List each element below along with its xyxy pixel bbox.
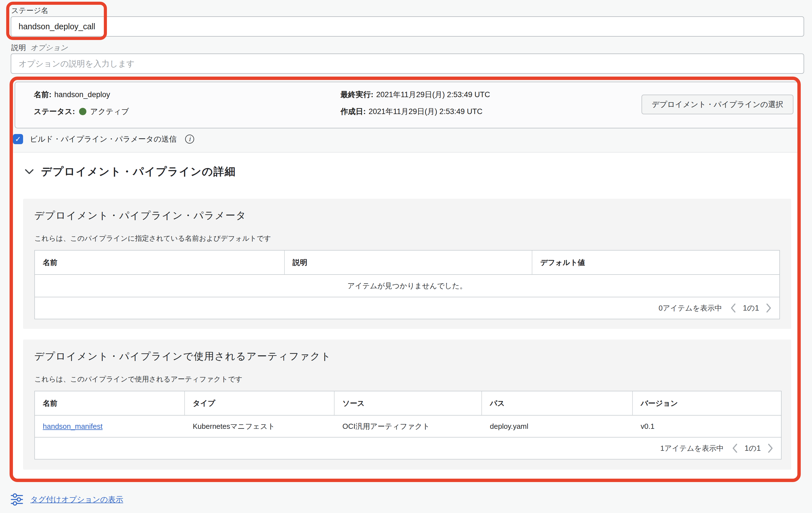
parameters-table: 名前 説明 デフォルト値 アイテムが見つかりませんでした。 0アイテムを表示中 … [34, 250, 780, 319]
artifacts-table-footer: 1アイテムを表示中 1の1 [35, 437, 781, 459]
details-section-title: デプロイメント・パイプラインの詳細 [41, 164, 236, 179]
column-header-name: 名前 [35, 392, 185, 415]
artifact-type: Kubernetesマニフェスト [185, 415, 335, 437]
send-build-params-checkbox[interactable]: ✓ [13, 134, 23, 144]
pipeline-info-panel: 名前: handson_deploy ステータス: アクティブ 最終実行: 20… [14, 82, 800, 128]
chevron-down-icon [25, 169, 34, 174]
checkmark-icon: ✓ [15, 135, 21, 143]
parameters-panel: デプロイメント・パイプライン・パラメータ これらは、このパイプラインに指定されて… [23, 199, 791, 329]
parameters-panel-title: デプロイメント・パイプライン・パラメータ [34, 209, 246, 222]
artifact-name-link[interactable]: handson_manifest [43, 422, 103, 431]
artifact-path: deploy.yaml [482, 415, 633, 437]
stage-name-input[interactable] [11, 16, 804, 36]
artifacts-panel-title: デプロイメント・パイプラインで使用されるアーティファクト [34, 350, 331, 363]
table-row: handson_manifest Kubernetesマニフェスト OCI汎用ア… [35, 415, 781, 437]
column-header-version: バージョン [633, 392, 781, 415]
pipeline-name: 名前: handson_deploy [34, 89, 110, 100]
pipeline-created: 作成日: 2021年11月29日(月) 2:53:49 UTC [341, 106, 483, 116]
build-params-row: ✓ ビルド・パイプライン・パラメータの送信 i [13, 134, 194, 144]
page-prev-icon[interactable] [732, 443, 738, 453]
stage-edit-page: ステージ名 説明オプション 名前: handson_deploy ステータス: … [0, 0, 812, 513]
description-label: 説明オプション [11, 43, 68, 53]
stage-name-label: ステージ名 [11, 6, 49, 16]
artifacts-panel-subtitle: これらは、このパイプラインで使用されるアーティファクトです [34, 375, 242, 384]
empty-table-message: アイテムが見つかりませんでした。 [35, 275, 779, 297]
column-header-description: 説明 [285, 250, 532, 274]
pagination: 1の1 [730, 303, 772, 313]
pagination: 1の1 [732, 443, 773, 453]
page-prev-icon[interactable] [730, 303, 736, 313]
page-next-icon[interactable] [767, 443, 773, 453]
column-header-default: デフォルト値 [532, 250, 779, 274]
pipeline-status: ステータス: アクティブ [34, 106, 129, 116]
column-header-source: ソース [335, 392, 482, 415]
page-next-icon[interactable] [766, 303, 772, 313]
description-input[interactable] [11, 54, 804, 74]
parameters-table-footer: 0アイテムを表示中 1の1 [35, 297, 779, 319]
column-header-name: 名前 [35, 250, 285, 274]
section-divider [13, 152, 799, 153]
items-shown-count: 1アイテムを表示中 [660, 443, 724, 453]
items-shown-count: 0アイテムを表示中 [659, 303, 722, 313]
pipeline-last-run: 最終実行: 2021年11月29日(月) 2:53:49 UTC [341, 89, 490, 100]
status-badge: アクティブ [90, 106, 129, 116]
page-indicator: 1の1 [745, 443, 761, 453]
page-indicator: 1の1 [743, 303, 759, 313]
info-icon[interactable]: i [185, 135, 194, 143]
show-tagging-options-link[interactable]: タグ付けオプションの表示 [30, 494, 123, 505]
details-section-toggle[interactable]: デプロイメント・パイプラインの詳細 [25, 164, 236, 179]
artifact-version: v0.1 [633, 415, 781, 437]
parameters-table-header: 名前 説明 デフォルト値 [35, 250, 779, 275]
parameters-panel-subtitle: これらは、このパイプラインに指定されている名前およびデフォルトです [34, 234, 271, 243]
status-active-icon [79, 108, 86, 115]
column-header-path: パス [482, 392, 633, 415]
tagging-options-row: タグ付けオプションの表示 [11, 493, 123, 506]
optional-hint: オプション [30, 43, 68, 52]
artifacts-panel: デプロイメント・パイプラインで使用されるアーティファクト これらは、このパイプラ… [23, 340, 791, 470]
artifacts-table: 名前 タイプ ソース パス バージョン handson_manifest Kub… [34, 391, 782, 459]
sliders-icon [11, 493, 23, 506]
column-header-type: タイプ [185, 392, 335, 415]
artifact-source: OCI汎用アーティファクト [335, 415, 482, 437]
send-build-params-label: ビルド・パイプライン・パラメータの送信 [30, 134, 177, 144]
artifacts-table-header: 名前 タイプ ソース パス バージョン [35, 392, 781, 415]
select-deployment-pipeline-button[interactable]: デプロイメント・パイプラインの選択 [641, 94, 793, 114]
